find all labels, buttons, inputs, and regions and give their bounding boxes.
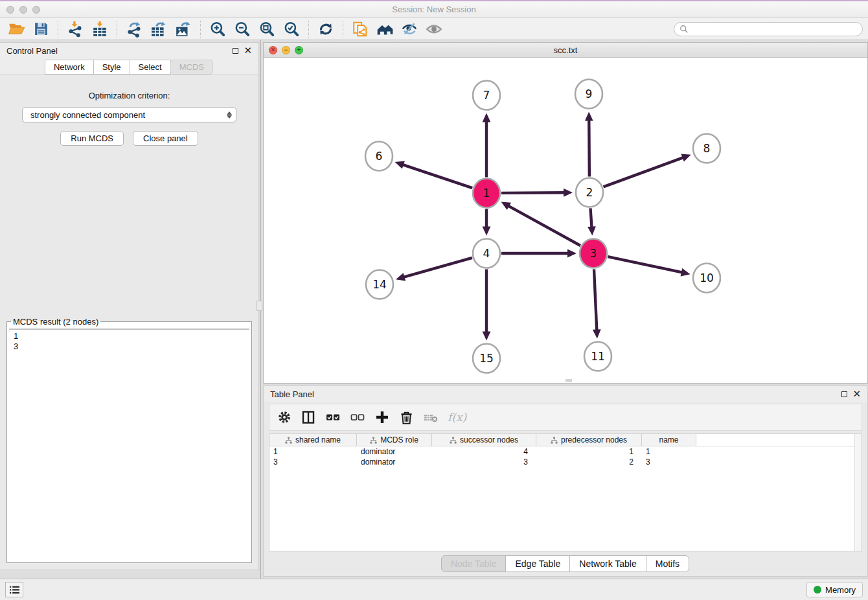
float-panel-icon[interactable]: [233, 48, 238, 54]
export-table-button[interactable]: [148, 19, 170, 39]
graph-node-7[interactable]: 7: [473, 81, 500, 110]
graph-edge-1-7[interactable]: [483, 113, 491, 178]
table-cell[interactable]: 1: [642, 446, 696, 457]
zoom-in-button[interactable]: [207, 19, 229, 39]
canvas-resize-grip[interactable]: [565, 379, 572, 382]
tab-network-table[interactable]: Network Table: [569, 555, 646, 572]
table-cell[interactable]: 3: [432, 457, 536, 467]
table-options-button[interactable]: [277, 410, 291, 424]
duplicate-network-button[interactable]: [349, 19, 371, 39]
graph-edge-3-10[interactable]: [608, 257, 690, 276]
table-scrollbar[interactable]: [854, 434, 862, 551]
minimize-view-icon[interactable]: −: [282, 46, 290, 54]
graph-node-9[interactable]: 9: [575, 80, 602, 109]
graph-node-1[interactable]: 1: [473, 179, 500, 208]
table-cell[interactable]: dominator: [357, 446, 432, 457]
graph-node-4[interactable]: 4: [473, 239, 500, 268]
column-header-successor-nodes[interactable]: successor nodes: [432, 434, 536, 446]
graph-node-11[interactable]: 11: [584, 342, 611, 371]
graph-node-6[interactable]: 6: [365, 142, 393, 171]
graph-node-10[interactable]: 10: [693, 264, 720, 293]
tab-style[interactable]: Style: [93, 60, 130, 75]
close-table-panel-icon[interactable]: ✕: [852, 391, 861, 397]
graph-edge-1-2[interactable]: [501, 189, 573, 197]
function-builder-button[interactable]: f(x): [448, 411, 466, 424]
select-all-columns-button[interactable]: [325, 410, 341, 425]
table-row[interactable]: 1dominator411: [269, 446, 862, 457]
graph-edge-2-9[interactable]: [585, 111, 593, 176]
graph-edge-1-4[interactable]: [483, 209, 491, 236]
graph-edge-4-15[interactable]: [483, 270, 491, 341]
table-cell[interactable]: 2: [536, 457, 642, 467]
graph-edge-3-1[interactable]: [501, 202, 580, 246]
network-graph[interactable]: 1234678910111415: [264, 58, 867, 383]
unselect-all-columns-button[interactable]: [350, 410, 365, 425]
network-canvas[interactable]: 1234678910111415: [264, 58, 867, 383]
close-panel-button[interactable]: Close panel: [133, 131, 198, 146]
table-cell[interactable]: 3: [642, 457, 696, 467]
search-field[interactable]: [674, 22, 863, 36]
close-panel-icon[interactable]: ✕: [244, 47, 252, 54]
mcds-result-area[interactable]: 1 3: [9, 329, 249, 330]
graph-node-2[interactable]: 2: [576, 178, 603, 207]
panel-splitter[interactable]: [259, 40, 263, 579]
table-cell[interactable]: 4: [432, 446, 536, 457]
toolbar-separator: [117, 21, 117, 38]
open-session-button[interactable]: [5, 19, 27, 39]
delete-columns-button[interactable]: [399, 410, 414, 425]
graph-node-3[interactable]: 3: [580, 239, 607, 268]
export-image-button[interactable]: [172, 19, 194, 39]
tab-network[interactable]: Network: [45, 60, 94, 75]
delete-table-button[interactable]: [423, 410, 439, 425]
show-columns-button[interactable]: [301, 410, 316, 425]
refresh-layout-button[interactable]: [315, 19, 337, 39]
zoom-selected-button[interactable]: [280, 19, 303, 39]
create-column-button[interactable]: [374, 410, 390, 425]
task-history-button[interactable]: [5, 582, 23, 597]
column-header-shared-name[interactable]: shared name: [269, 434, 357, 446]
node-table[interactable]: shared nameMCDS rolesuccessor nodesprede…: [269, 433, 862, 551]
column-header-MCDS-role[interactable]: MCDS role: [357, 434, 432, 446]
graph-edge-3-11[interactable]: [593, 269, 601, 338]
export-network-button[interactable]: [123, 19, 145, 39]
network-window-controls[interactable]: ✕ − +: [269, 46, 303, 54]
maximize-view-icon[interactable]: +: [295, 46, 303, 54]
table-row[interactable]: 3dominator323: [269, 457, 862, 467]
table-cell[interactable]: 1: [536, 446, 642, 457]
graph-node-14[interactable]: 14: [366, 270, 393, 299]
import-table-button[interactable]: [89, 19, 111, 39]
run-mcds-button[interactable]: Run MCDS: [60, 131, 124, 146]
float-table-panel-icon[interactable]: [841, 391, 847, 397]
close-view-icon[interactable]: ✕: [269, 46, 277, 54]
column-header-name[interactable]: name: [642, 434, 696, 446]
table-cell[interactable]: 3: [269, 457, 357, 467]
graph-node-8[interactable]: 8: [693, 134, 720, 163]
optimization-criterion-dropdown[interactable]: strongly connected component: [22, 107, 236, 122]
hide-selected-button[interactable]: [398, 19, 420, 39]
splitter-grip[interactable]: [257, 301, 262, 311]
tab-motifs[interactable]: Motifs: [646, 555, 689, 572]
tab-mcds[interactable]: MCDS: [170, 60, 213, 75]
memory-button[interactable]: Memory: [806, 582, 863, 597]
import-network-button[interactable]: [64, 19, 86, 39]
graph-edge-4-14[interactable]: [396, 258, 472, 281]
zoom-out-button[interactable]: [231, 19, 253, 39]
show-all-button[interactable]: [374, 19, 396, 39]
show-selected-button[interactable]: [423, 19, 445, 39]
table-cell[interactable]: 1: [269, 446, 357, 457]
tab-select[interactable]: Select: [130, 60, 171, 75]
table-cell[interactable]: dominator: [357, 457, 432, 467]
column-header-predecessor-nodes[interactable]: predecessor nodes: [536, 434, 642, 446]
search-input[interactable]: [692, 23, 857, 35]
graph-edge-2-3[interactable]: [588, 208, 596, 235]
graph-node-15[interactable]: 15: [473, 344, 500, 373]
zoom-fit-button[interactable]: [256, 19, 278, 39]
graph-edge-1-6[interactable]: [395, 161, 473, 188]
import-network-icon: [67, 21, 84, 38]
tab-edge-table[interactable]: Edge Table: [505, 555, 570, 572]
network-window-titlebar[interactable]: ✕ − + scc.txt: [264, 43, 867, 58]
save-session-button[interactable]: [30, 19, 52, 39]
tab-node-table[interactable]: Node Table: [441, 555, 507, 572]
graph-edge-2-8[interactable]: [604, 154, 691, 187]
graph-edge-4-3[interactable]: [501, 249, 577, 258]
